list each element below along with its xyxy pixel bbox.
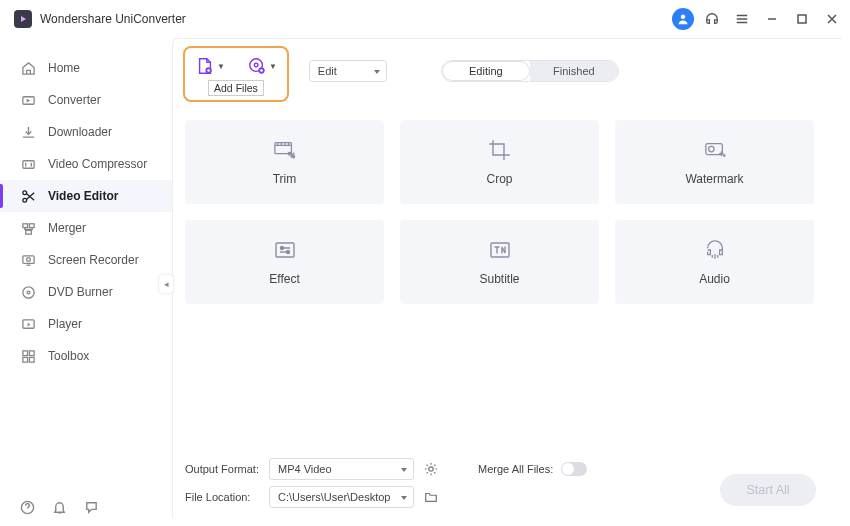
sidebar-item-dvd-burner[interactable]: DVD Burner	[0, 276, 172, 308]
seg-editing[interactable]: Editing	[442, 61, 530, 81]
card-crop[interactable]: Crop	[400, 120, 599, 204]
card-label: Watermark	[685, 172, 743, 186]
card-label: Subtitle	[479, 272, 519, 286]
output-format-value: MP4 Video	[278, 463, 332, 475]
svg-rect-1	[798, 15, 806, 23]
svg-rect-8	[25, 230, 31, 234]
card-effect[interactable]: Effect	[185, 220, 384, 304]
svg-rect-28	[276, 243, 294, 257]
svg-rect-17	[29, 357, 34, 362]
status-segmented: Editing Finished	[441, 60, 619, 82]
sidebar-item-converter[interactable]: Converter	[0, 84, 172, 116]
sidebar-item-label: Downloader	[48, 125, 112, 139]
sidebar-item-label: Home	[48, 61, 80, 75]
collapse-sidebar-button[interactable]: ◂	[159, 275, 173, 293]
card-label: Trim	[273, 172, 297, 186]
sidebar-item-video-editor[interactable]: Video Editor	[0, 180, 172, 212]
main-panel: ▼ ▼ Add Files Edit Editing Finished	[172, 38, 842, 518]
feedback-icon[interactable]	[82, 498, 100, 516]
converter-icon	[20, 92, 36, 108]
close-button[interactable]	[820, 7, 844, 31]
start-all-label: Start All	[746, 483, 789, 497]
edit-mode-value: Edit	[318, 65, 337, 77]
subtitle-icon	[488, 238, 512, 262]
open-folder-icon[interactable]	[422, 488, 440, 506]
svg-point-10	[26, 257, 30, 261]
card-trim[interactable]: Trim	[185, 120, 384, 204]
sidebar-item-label: Video Editor	[48, 189, 118, 203]
add-disc-icon	[247, 56, 267, 76]
sidebar-item-label: Video Compressor	[48, 157, 147, 171]
app-title: Wondershare UniConverter	[40, 12, 186, 26]
scissors-icon	[20, 188, 36, 204]
hamburger-menu-icon[interactable]	[730, 7, 754, 31]
svg-rect-3	[22, 160, 33, 168]
merger-icon	[20, 220, 36, 236]
compressor-icon	[20, 156, 36, 172]
effect-icon	[273, 238, 297, 262]
sidebar-item-label: Converter	[48, 93, 101, 107]
file-location-select[interactable]: C:\Users\User\Desktop	[269, 486, 414, 508]
svg-point-12	[27, 291, 30, 294]
sidebar-item-downloader[interactable]: Downloader	[0, 116, 172, 148]
svg-rect-14	[22, 350, 27, 355]
svg-point-5	[22, 198, 26, 202]
sidebar-item-video-compressor[interactable]: Video Compressor	[0, 148, 172, 180]
output-format-label: Output Format:	[185, 463, 261, 475]
chevron-down-icon: ▼	[269, 62, 277, 71]
svg-rect-6	[22, 223, 27, 227]
svg-point-29	[280, 247, 283, 250]
user-account-icon[interactable]	[672, 8, 694, 30]
merge-toggle[interactable]	[561, 462, 587, 476]
edit-mode-select[interactable]: Edit	[309, 60, 387, 82]
sidebar-item-label: Screen Recorder	[48, 253, 139, 267]
add-file-icon	[195, 56, 215, 76]
svg-rect-31	[491, 243, 509, 257]
chevron-down-icon: ▼	[217, 62, 225, 71]
maximize-button[interactable]	[790, 7, 814, 31]
watermark-icon	[703, 138, 727, 162]
minimize-button[interactable]	[760, 7, 784, 31]
sidebar-item-screen-recorder[interactable]: Screen Recorder	[0, 244, 172, 276]
svg-rect-16	[22, 357, 27, 362]
app-logo	[14, 10, 32, 28]
seg-finished[interactable]: Finished	[530, 61, 618, 81]
screen-recorder-icon	[20, 252, 36, 268]
file-location-label: File Location:	[185, 491, 261, 503]
start-all-button[interactable]: Start All	[720, 474, 816, 506]
svg-rect-15	[29, 350, 34, 355]
notification-icon[interactable]	[50, 498, 68, 516]
settings-gear-icon[interactable]	[422, 460, 440, 478]
output-format-select[interactable]: MP4 Video	[269, 458, 414, 480]
add-files-button[interactable]: ▼	[195, 56, 225, 76]
home-icon	[20, 60, 36, 76]
sidebar-item-label: Toolbox	[48, 349, 89, 363]
sidebar-item-player[interactable]: Player	[0, 308, 172, 340]
download-icon	[20, 124, 36, 140]
sidebar-item-toolbox[interactable]: Toolbox	[0, 340, 172, 372]
card-subtitle[interactable]: Subtitle	[400, 220, 599, 304]
card-label: Effect	[269, 272, 299, 286]
svg-point-21	[254, 63, 258, 67]
help-icon[interactable]	[18, 498, 36, 516]
disc-icon	[20, 284, 36, 300]
player-icon	[20, 316, 36, 332]
svg-rect-9	[22, 255, 33, 263]
file-location-value: C:\Users\User\Desktop	[278, 491, 390, 503]
sidebar-item-label: Merger	[48, 221, 86, 235]
support-icon[interactable]	[700, 7, 724, 31]
add-disc-button[interactable]: ▼	[247, 56, 277, 76]
svg-rect-7	[29, 223, 34, 227]
svg-point-32	[429, 467, 433, 471]
sidebar-item-merger[interactable]: Merger	[0, 212, 172, 244]
card-audio[interactable]: Audio	[615, 220, 814, 304]
card-watermark[interactable]: Watermark	[615, 120, 814, 204]
sidebar-item-label: DVD Burner	[48, 285, 113, 299]
sidebar: Home Converter Downloader Video Compress…	[0, 38, 172, 526]
svg-point-30	[286, 251, 289, 254]
trim-icon	[273, 138, 297, 162]
sidebar-item-label: Player	[48, 317, 82, 331]
sidebar-item-home[interactable]: Home	[0, 52, 172, 84]
titlebar: Wondershare UniConverter	[0, 0, 850, 38]
add-files-highlight: ▼ ▼ Add Files	[183, 46, 289, 102]
